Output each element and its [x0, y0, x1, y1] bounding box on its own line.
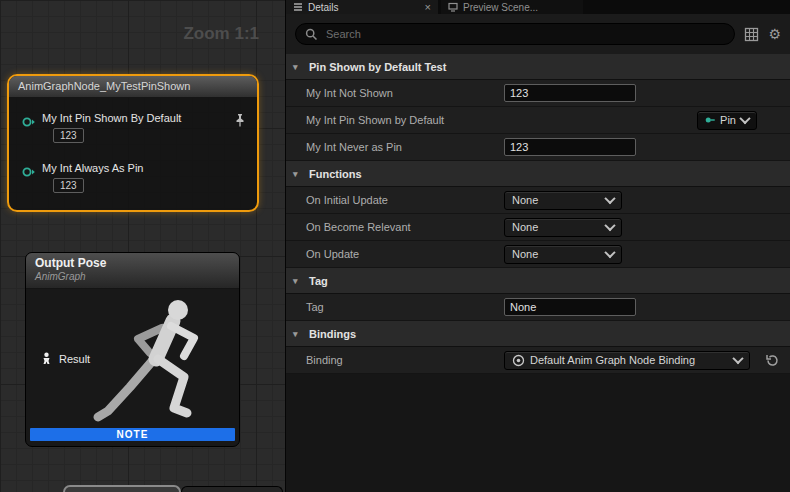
section-title: Bindings — [309, 328, 356, 340]
chevron-down-icon — [604, 247, 615, 258]
my-int-never-as-pin-input[interactable] — [504, 138, 636, 156]
property-label: My Int Never as Pin — [286, 141, 504, 153]
property-label: On Update — [286, 248, 504, 260]
row-on-initial-update: On Initial Update None — [286, 187, 790, 214]
tab-details[interactable]: Details × — [286, 0, 438, 14]
tab-bar: Details × Preview Scene... — [286, 0, 790, 14]
chevron-down-icon — [604, 193, 615, 204]
on-update-dropdown[interactable]: None — [504, 245, 622, 264]
dropdown-value: None — [512, 248, 538, 260]
pin-toggle-icon[interactable] — [234, 113, 246, 131]
row-tag: Tag — [286, 294, 790, 321]
property-label: On Become Relevant — [286, 221, 504, 233]
search-input[interactable] — [324, 27, 725, 41]
chevron-down-icon — [739, 113, 750, 124]
dropdown-value: Pin — [720, 114, 736, 126]
close-icon[interactable]: × — [425, 2, 431, 12]
search-icon — [305, 28, 318, 41]
chevron-down-icon: ▾ — [293, 276, 303, 286]
details-tab-icon — [293, 2, 303, 12]
zoom-level-label: Zoom 1:1 — [183, 24, 259, 44]
gear-icon[interactable]: ⚙ — [768, 27, 781, 41]
property-label: On Initial Update — [286, 194, 504, 206]
search-box[interactable] — [295, 23, 735, 45]
on-initial-update-dropdown[interactable]: None — [504, 191, 622, 210]
pin-value-input[interactable]: 123 — [53, 178, 84, 193]
pin-label: My Int Pin Shown By Default — [42, 112, 181, 124]
dropdown-value: None — [512, 194, 538, 206]
section-functions[interactable]: ▾ Functions — [286, 161, 790, 187]
row-on-become-relevant: On Become Relevant None — [286, 214, 790, 241]
chevron-down-icon: ▾ — [293, 62, 303, 72]
pin-icon — [705, 115, 715, 125]
note-tag: NOTE — [30, 428, 235, 441]
row-my-int-not-shown: My Int Not Shown — [286, 80, 790, 107]
chevron-down-icon: ▾ — [293, 329, 303, 339]
unreal-editor-window: Zoom 1:1 AnimGraphNode_MyTestPinShown My… — [0, 0, 790, 492]
chevron-down-icon — [732, 353, 743, 364]
row-on-update: On Update None — [286, 241, 790, 268]
display-filter-icon[interactable] — [744, 27, 759, 42]
property-label: My Int Pin Shown by Default — [286, 114, 504, 126]
pin-visibility-dropdown[interactable]: Pin — [697, 111, 757, 130]
tab-label: Details — [308, 2, 339, 13]
chevron-down-icon: ▾ — [293, 169, 303, 179]
row-binding: Binding Default Anim Graph Node Binding — [286, 347, 790, 374]
graph-node-partial[interactable] — [181, 486, 283, 492]
dropdown-value: Default Anim Graph Node Binding — [530, 354, 695, 366]
section-bindings[interactable]: ▾ Bindings — [286, 321, 790, 347]
section-pin-shown-by-default-test[interactable]: ▾ Pin Shown by Default Test — [286, 54, 790, 80]
int-pin-icon[interactable] — [22, 114, 36, 132]
binding-icon — [512, 354, 525, 367]
section-title: Tag — [309, 275, 328, 287]
anim-graph-node-selected[interactable]: AnimGraphNode_MyTestPinShown My Int Pin … — [7, 74, 259, 212]
row-my-int-pin-shown-by-default: My Int Pin Shown by Default Pin — [286, 107, 790, 134]
section-tag[interactable]: ▾ Tag — [286, 268, 790, 294]
details-toolbar: ⚙ — [286, 14, 790, 54]
section-title: Functions — [309, 168, 362, 180]
preview-scene-tab-icon — [448, 2, 458, 12]
pin-label: My Int Always As Pin — [42, 162, 143, 174]
output-pose-node[interactable]: Output Pose AnimGraph Result NOTE — [25, 252, 240, 447]
int-pin-icon[interactable] — [22, 164, 36, 182]
tab-preview-scene[interactable]: Preview Scene... — [441, 0, 583, 14]
my-int-not-shown-input[interactable] — [504, 84, 636, 102]
on-become-relevant-dropdown[interactable]: None — [504, 218, 622, 237]
tab-label: Preview Scene... — [463, 2, 538, 13]
node-title: Output Pose — [35, 256, 230, 270]
dropdown-value: None — [512, 221, 538, 233]
property-label: Binding — [286, 354, 504, 366]
result-pin-label: Result — [59, 353, 90, 365]
binding-dropdown[interactable]: Default Anim Graph Node Binding — [504, 351, 750, 370]
details-panel: Details × Preview Scene... ⚙ ▾ Pin Shown… — [285, 0, 790, 492]
node-title: AnimGraphNode_MyTestPinShown — [9, 76, 257, 98]
anim-graph-canvas[interactable]: Zoom 1:1 AnimGraphNode_MyTestPinShown My… — [0, 0, 285, 492]
tag-input[interactable] — [504, 298, 636, 316]
graph-node-partial[interactable] — [63, 485, 181, 492]
node-subtitle: AnimGraph — [35, 271, 230, 282]
reset-to-default-icon[interactable] — [765, 354, 780, 367]
node-header: Output Pose AnimGraph — [26, 253, 239, 289]
section-title: Pin Shown by Default Test — [309, 61, 446, 73]
property-label: My Int Not Shown — [286, 87, 504, 99]
chevron-down-icon — [604, 220, 615, 231]
result-pin[interactable]: Result — [40, 352, 90, 365]
property-label: Tag — [286, 301, 504, 313]
pin-value-input[interactable]: 123 — [53, 128, 84, 143]
row-my-int-never-as-pin: My Int Never as Pin — [286, 134, 790, 161]
pose-pin-icon — [40, 352, 53, 365]
